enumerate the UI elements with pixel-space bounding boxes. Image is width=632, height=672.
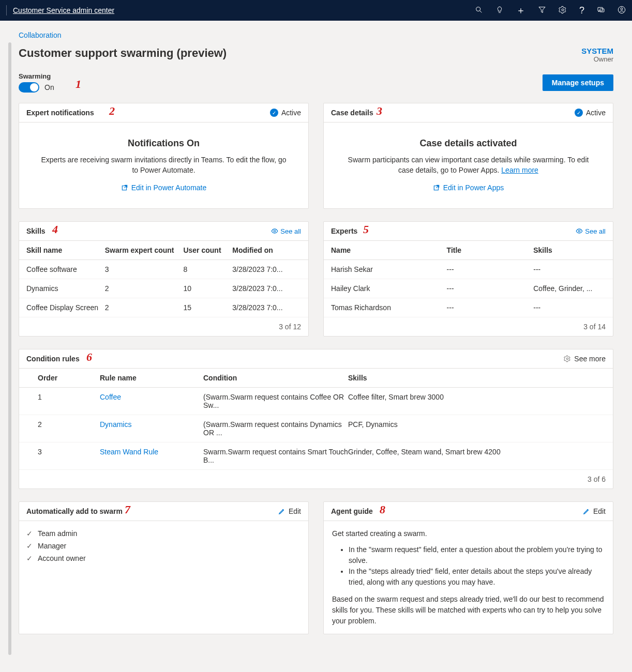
case-details-card: Case details 3 ✓ Active Case details act… — [323, 103, 613, 209]
svg-point-4 — [562, 9, 564, 11]
col-expert-skills[interactable]: Skills — [533, 246, 606, 254]
col-modified[interactable]: Modified on — [232, 246, 301, 254]
guide-outro: Based on the swarm request and steps alr… — [332, 594, 605, 627]
notifications-headline: Notifications On — [40, 138, 288, 149]
table-row[interactable]: Dynamics 2 10 3/28/2023 7:0... — [19, 279, 308, 298]
expert-notifications-title: Expert notifications — [26, 109, 94, 117]
learn-more-link[interactable]: Learn more — [501, 166, 538, 174]
rule-link[interactable]: Steam Wand Rule — [100, 448, 203, 464]
guide-intro: Get started creating a swarm. — [332, 528, 605, 539]
guide-bullet: In the "swarm request" field, enter a qu… — [349, 544, 605, 566]
auto-add-title: Automatically add to swarm — [26, 507, 123, 515]
filter-icon[interactable] — [538, 6, 546, 16]
col-order[interactable]: Order — [38, 374, 100, 382]
add-icon[interactable]: ＋ — [516, 6, 525, 15]
table-row[interactable]: Harish Sekar --- --- — [324, 260, 613, 279]
chat-icon[interactable] — [597, 6, 605, 16]
col-skill-name[interactable]: Skill name — [26, 246, 105, 254]
check-icon: ✓ — [26, 529, 33, 538]
col-rule-skills[interactable]: Skills — [348, 374, 594, 382]
list-item: ✓ Account owner — [26, 552, 301, 564]
skills-footer: 3 of 12 — [19, 317, 308, 336]
app-title[interactable]: Customer Service admin center — [13, 6, 114, 14]
search-icon[interactable] — [475, 6, 483, 16]
table-row[interactable]: 1 Coffee (Swarm.Swarm request contains C… — [19, 388, 613, 415]
status-check-icon: ✓ — [270, 109, 278, 117]
table-row[interactable]: 2 Dynamics (Swarm.Swarm request contains… — [19, 415, 613, 442]
owner-role: Owner — [581, 55, 613, 63]
table-row[interactable]: Coffee software 3 8 3/28/2023 7:0... — [19, 260, 308, 279]
experts-title: Experts — [331, 227, 357, 235]
annotation-2: 2 — [109, 104, 115, 118]
svg-rect-5 — [598, 7, 603, 11]
list-item: ✓ Team admin — [26, 527, 301, 540]
annotation-4: 4 — [52, 223, 58, 236]
idea-icon[interactable] — [495, 6, 504, 16]
owner-system[interactable]: SYSTEM — [581, 47, 613, 55]
rule-link[interactable]: Dynamics — [100, 420, 203, 437]
check-icon: ✓ — [26, 554, 33, 562]
col-expert-title[interactable]: Title — [447, 246, 534, 254]
expert-notifications-card: Expert notifications 2 ✓ Active Notifica… — [19, 103, 309, 209]
see-more-link[interactable]: See more — [564, 355, 606, 363]
col-expert-count[interactable]: Swarm expert count — [105, 246, 184, 254]
svg-line-1 — [480, 11, 481, 12]
skills-see-all-link[interactable]: See all — [271, 227, 301, 235]
annotation-8: 8 — [380, 503, 385, 516]
gear-icon[interactable] — [559, 6, 567, 16]
case-details-headline: Case details activated — [344, 138, 592, 149]
experts-footer: 3 of 14 — [324, 317, 613, 336]
svg-marker-3 — [539, 7, 545, 12]
svg-point-14 — [579, 230, 581, 232]
open-external-icon — [433, 184, 440, 191]
table-row[interactable]: Tomas Richardson --- --- — [324, 298, 613, 317]
edit-in-power-automate-link[interactable]: Edit in Power Automate — [121, 184, 207, 192]
swarming-label: Swarming — [19, 72, 54, 80]
experts-see-all-link[interactable]: See all — [576, 227, 606, 235]
header-separator — [6, 5, 7, 16]
breadcrumb[interactable]: Collaboration — [19, 31, 613, 39]
annotation-6: 6 — [86, 350, 92, 364]
annotation-3: 3 — [377, 104, 382, 118]
help-icon[interactable]: ? — [579, 6, 584, 15]
account-icon[interactable] — [618, 6, 626, 16]
svg-point-8 — [621, 8, 623, 10]
svg-rect-6 — [600, 9, 604, 12]
col-rule-name[interactable]: Rule name — [100, 374, 203, 382]
table-row[interactable]: Coffee Display Screen 2 15 3/28/2023 7:0… — [19, 298, 308, 317]
status-check-icon: ✓ — [575, 109, 583, 117]
col-expert-name[interactable]: Name — [331, 246, 447, 254]
case-details-desc: Swarm participants can view important ca… — [344, 155, 592, 175]
rule-link[interactable]: Coffee — [100, 393, 203, 409]
app-header: Customer Service admin center ＋ ? — [0, 0, 632, 21]
page-title: Customer support swarming (preview) — [19, 47, 227, 60]
auto-add-card: Automatically add to swarm 7 Edit ✓ Team… — [19, 501, 309, 634]
edit-in-power-apps-link[interactable]: Edit in Power Apps — [433, 184, 504, 192]
manage-setups-button[interactable]: Manage setups — [543, 74, 613, 91]
auto-add-edit-link[interactable]: Edit — [278, 507, 301, 515]
swarming-toggle[interactable] — [19, 82, 39, 93]
pencil-icon — [583, 508, 590, 515]
table-row[interactable]: 3 Steam Wand Rule Swarm.Swarm request co… — [19, 442, 613, 470]
annotation-1: 1 — [76, 78, 81, 91]
svg-point-15 — [567, 358, 569, 360]
scrollbar[interactable] — [8, 42, 11, 655]
agent-guide-card: Agent guide 8 Edit Get started creating … — [323, 501, 613, 634]
pencil-icon — [278, 508, 285, 515]
gear-icon — [564, 355, 571, 362]
col-user-count[interactable]: User count — [183, 246, 232, 254]
col-condition[interactable]: Condition — [203, 374, 348, 382]
table-row[interactable]: Hailey Clark --- Coffee, Grinder, ... — [324, 279, 613, 298]
agent-guide-edit-link[interactable]: Edit — [583, 507, 606, 515]
svg-point-13 — [274, 230, 276, 232]
eye-icon — [271, 227, 278, 235]
agent-guide-title: Agent guide — [331, 507, 373, 515]
condition-rules-card: Condition rules 6 See more Order Rule na… — [19, 349, 613, 489]
svg-point-0 — [476, 7, 480, 11]
eye-icon — [576, 227, 583, 235]
case-details-title: Case details — [331, 109, 373, 117]
guide-bullet: In the "steps already tried" field, ente… — [349, 566, 605, 588]
skills-title: Skills — [26, 227, 46, 235]
swarming-state: On — [44, 83, 54, 91]
experts-card: Experts 5 See all Name Title Skills Hari… — [323, 221, 613, 337]
